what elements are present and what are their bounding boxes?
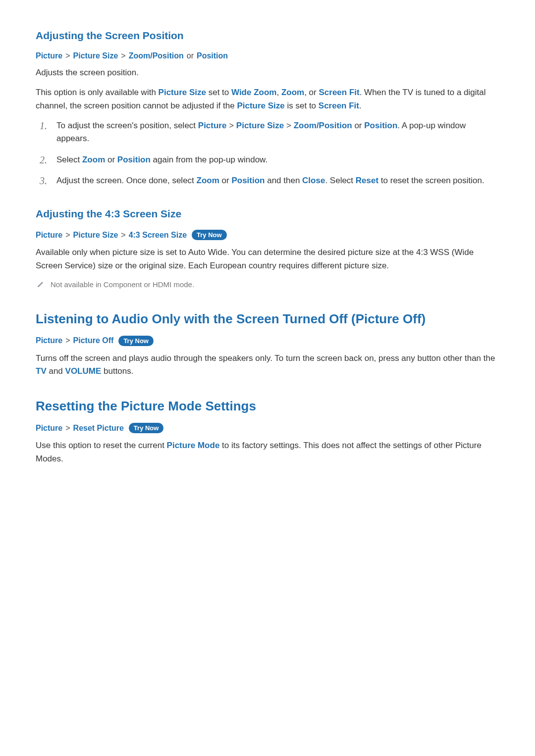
keyword-zoom-position: Zoom/Position bbox=[294, 121, 352, 130]
section-adjusting-4-3-screen-size: Adjusting the 4:3 Screen Size Picture > … bbox=[36, 208, 499, 290]
crumb-picture-size: Picture Size bbox=[73, 51, 118, 60]
breadcrumb: Picture > Picture Size > Zoom/Position o… bbox=[36, 51, 499, 60]
keyword-picture: Picture bbox=[198, 121, 227, 130]
try-now-badge[interactable]: Try Now bbox=[129, 423, 164, 433]
breadcrumb: Picture > Picture Off Try Now bbox=[36, 336, 499, 346]
keyword-picture-size: Picture Size bbox=[237, 101, 284, 110]
keyword-position: Position bbox=[117, 155, 151, 164]
crumb-picture-size: Picture Size bbox=[73, 231, 118, 240]
paragraph: This option is only available with Pictu… bbox=[36, 86, 499, 112]
note-text: Not available in Component or HDMI mode. bbox=[51, 279, 194, 291]
heading-adjusting-4-3: Adjusting the 4:3 Screen Size bbox=[36, 208, 499, 220]
keyword-close: Close bbox=[302, 176, 325, 185]
keyword-volume: VOLUME bbox=[65, 366, 102, 376]
paragraph: Turns off the screen and plays audio thr… bbox=[36, 352, 499, 378]
list-item: To adjust the screen's position, select … bbox=[36, 119, 499, 146]
chevron-right-icon: > bbox=[121, 51, 125, 60]
keyword-reset: Reset bbox=[356, 176, 378, 185]
chevron-right-icon: > bbox=[229, 121, 234, 130]
crumb-picture: Picture bbox=[36, 51, 62, 60]
heading-resetting-picture-mode: Resetting the Picture Mode Settings bbox=[36, 399, 499, 414]
keyword-screen-fit: Screen Fit bbox=[319, 101, 359, 110]
keyword-picture-mode: Picture Mode bbox=[167, 441, 220, 450]
crumb-position: Position bbox=[197, 51, 228, 60]
crumb-reset-picture: Reset Picture bbox=[73, 424, 124, 433]
keyword-wide-zoom: Wide Zoom bbox=[231, 88, 276, 97]
breadcrumb: Picture > Reset Picture Try Now bbox=[36, 423, 499, 433]
chevron-right-icon: > bbox=[286, 121, 291, 130]
section-listening-audio-only: Listening to Audio Only with the Screen … bbox=[36, 311, 499, 378]
list-item: Adjust the screen. Once done, select Zoo… bbox=[36, 174, 499, 187]
pencil-icon bbox=[37, 280, 44, 289]
crumb-zoom-position: Zoom/Position bbox=[129, 51, 184, 60]
crumb-picture: Picture bbox=[36, 231, 62, 240]
keyword-tv: TV bbox=[36, 366, 47, 376]
keyword-zoom: Zoom bbox=[281, 88, 304, 97]
crumb-picture-off: Picture Off bbox=[73, 336, 114, 345]
heading-adjusting-screen-position: Adjusting the Screen Position bbox=[36, 30, 499, 42]
keyword-zoom: Zoom bbox=[197, 176, 219, 185]
paragraph: Use this option to reset the current Pic… bbox=[36, 439, 499, 465]
crumb-picture: Picture bbox=[36, 336, 62, 345]
breadcrumb: Picture > Picture Size > 4:3 Screen Size… bbox=[36, 230, 499, 240]
paragraph: Adjusts the screen position. bbox=[36, 66, 499, 79]
crumb-or: or bbox=[187, 51, 194, 60]
paragraph: Available only when picture size is set … bbox=[36, 246, 499, 272]
chevron-right-icon: > bbox=[65, 424, 70, 433]
crumb-picture: Picture bbox=[36, 424, 62, 433]
list-item: Select Zoom or Position again from the p… bbox=[36, 153, 499, 166]
heading-listening-audio-only: Listening to Audio Only with the Screen … bbox=[36, 311, 499, 327]
chevron-right-icon: > bbox=[65, 336, 70, 345]
keyword-screen-fit: Screen Fit bbox=[319, 88, 359, 97]
try-now-badge[interactable]: Try Now bbox=[118, 336, 154, 346]
section-resetting-picture-mode: Resetting the Picture Mode Settings Pict… bbox=[36, 399, 499, 465]
ordered-list: To adjust the screen's position, select … bbox=[36, 119, 499, 187]
note-row: Not available in Component or HDMI mode. bbox=[37, 279, 499, 291]
keyword-picture-size: Picture Size bbox=[236, 121, 284, 130]
keyword-position: Position bbox=[364, 121, 397, 130]
try-now-badge[interactable]: Try Now bbox=[192, 230, 227, 240]
chevron-right-icon: > bbox=[121, 231, 125, 240]
chevron-right-icon: > bbox=[65, 231, 70, 240]
crumb-4-3-screen-size: 4:3 Screen Size bbox=[129, 231, 187, 240]
section-adjusting-screen-position: Adjusting the Screen Position Picture > … bbox=[36, 30, 499, 187]
keyword-zoom: Zoom bbox=[82, 155, 105, 164]
keyword-position: Position bbox=[231, 176, 265, 185]
chevron-right-icon: > bbox=[65, 51, 70, 60]
keyword-picture-size: Picture Size bbox=[159, 88, 206, 97]
